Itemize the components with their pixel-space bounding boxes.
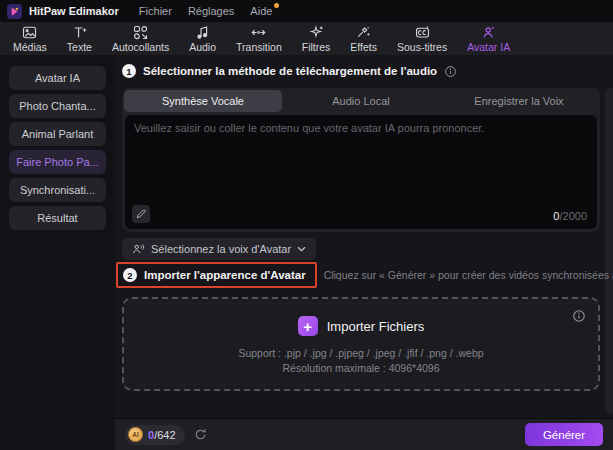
credits-total: /642	[154, 429, 175, 441]
ai-rewrite-button[interactable]	[132, 205, 150, 223]
sidebar-item-faire-photo-parlante[interactable]: Faire Photo Pa...	[9, 150, 106, 174]
tab-label: Médias	[13, 41, 47, 53]
supported-formats: Support : .pjp / .jpg / .pjpeg / .jpeg /…	[124, 347, 598, 359]
tab-label: Effets	[350, 41, 377, 53]
tab-label: Texte	[67, 41, 92, 53]
step2-number-badge: 2	[123, 268, 137, 282]
char-count-limit: /2000	[559, 210, 587, 222]
generate-button[interactable]: Générer	[525, 423, 603, 446]
avatar-ai-icon	[481, 25, 496, 40]
tab-sous-titres[interactable]: Sous-titres	[387, 22, 457, 55]
effects-icon	[356, 25, 371, 40]
app-logo	[7, 4, 22, 19]
main-toolbar: Médias Texte Autocollants	[0, 22, 613, 55]
tab-synthese-vocale[interactable]: Synthèse Vocale	[124, 90, 282, 112]
tab-audio-local[interactable]: Audio Local	[282, 90, 440, 112]
tab-avatar-ia[interactable]: Avatar IA	[457, 22, 520, 55]
tab-texte[interactable]: Texte	[57, 22, 102, 55]
voice-tab-bar: Synthèse Vocale Audio Local Enregistrer …	[122, 88, 600, 112]
tab-label: Sous-titres	[397, 41, 447, 53]
tts-text-input[interactable]	[125, 115, 597, 229]
filters-icon	[309, 25, 324, 40]
subtitles-icon	[415, 25, 430, 40]
tab-enregistrer-la-voix[interactable]: Enregistrer la Voix	[440, 90, 598, 112]
credits-pill[interactable]: AI 0/642	[125, 425, 185, 445]
step1-header: 1 Sélectionner la méthode de téléchargem…	[122, 64, 457, 78]
step1-title: Sélectionner la méthode de téléchargemen…	[143, 65, 437, 77]
footer-bar: AI 0/642 Générer	[115, 418, 613, 450]
tab-label: Filtres	[302, 41, 331, 53]
step1-number-badge: 1	[122, 64, 136, 78]
tab-label: Transition	[236, 41, 282, 53]
info-icon[interactable]	[572, 309, 586, 323]
ai-coin-icon: AI	[128, 427, 143, 442]
step2-annotation-box: 2 Importer l'apparence d'Avatar	[116, 262, 317, 288]
main-content: 1 Sélectionner la méthode de téléchargem…	[115, 55, 613, 450]
audio-icon	[195, 25, 210, 40]
audio-method-panel: Synthèse Vocale Audio Local Enregistrer …	[122, 88, 600, 232]
transition-icon	[251, 25, 266, 40]
tab-effets[interactable]: Effets	[340, 22, 387, 55]
app-title: HitPaw Edimakor	[29, 5, 119, 17]
sidebar-item-photo-chantante[interactable]: Photo Chanta...	[9, 94, 106, 118]
plus-icon: +	[298, 316, 318, 336]
avatar-voice-select[interactable]: Sélectionnez la voix d'Avatar	[122, 238, 316, 260]
step2-row: 2 Importer l'apparence d'Avatar Cliquez …	[115, 262, 613, 288]
tab-label: Autocollants	[112, 41, 169, 53]
menu-fichier[interactable]: Fichier	[131, 5, 180, 17]
char-count: 0/2000	[553, 210, 587, 222]
tab-label: Audio	[189, 41, 216, 53]
media-icon	[22, 25, 37, 40]
tab-filtres[interactable]: Filtres	[292, 22, 341, 55]
menu-aide[interactable]: Aide	[242, 5, 280, 17]
sidebar-item-synchronisation[interactable]: Synchronisati...	[9, 178, 106, 202]
sidebar-item-avatar-ia[interactable]: Avatar IA	[9, 66, 106, 90]
notification-dot	[274, 3, 279, 8]
stickers-icon	[133, 25, 148, 40]
sidebar-item-resultat[interactable]: Résultat	[9, 206, 106, 230]
ai-pen-icon	[135, 208, 147, 220]
credits-count: 0/642	[148, 429, 176, 441]
import-files-button[interactable]: + Importer Fichiers	[124, 316, 598, 336]
menu-reglages[interactable]: Réglages	[180, 5, 242, 17]
max-resolution: Résolution maximale : 4096*4096	[124, 362, 598, 374]
tab-autocollants[interactable]: Autocollants	[102, 22, 179, 55]
sidebar: Avatar IA Photo Chanta... Animal Parlant…	[0, 55, 115, 450]
tab-transition[interactable]: Transition	[226, 22, 292, 55]
step2-hint: Cliquez sur « Générer » pour créer des v…	[324, 269, 613, 281]
play-logo-icon	[9, 6, 20, 17]
step2-title: Importer l'apparence d'Avatar	[144, 269, 306, 281]
tts-textbox: 0/2000	[125, 115, 597, 229]
voice-person-icon	[132, 243, 145, 256]
menu-aide-label: Aide	[250, 5, 272, 17]
import-files-label: Importer Fichiers	[327, 319, 425, 334]
title-bar: HitPaw Edimakor Fichier Réglages Aide	[0, 0, 613, 22]
text-icon	[72, 25, 87, 40]
info-icon[interactable]	[444, 65, 457, 78]
import-dropzone[interactable]: + Importer Fichiers Support : .pjp / .jp…	[122, 297, 600, 391]
tab-medias[interactable]: Médias	[3, 22, 57, 55]
tab-audio[interactable]: Audio	[179, 22, 226, 55]
chevron-down-icon	[297, 246, 306, 252]
voice-select-label: Sélectionnez la voix d'Avatar	[151, 243, 291, 255]
right-edge-panel	[605, 88, 613, 414]
tab-label: Avatar IA	[467, 41, 510, 53]
sidebar-item-animal-parlant[interactable]: Animal Parlant	[9, 122, 106, 146]
refresh-icon[interactable]	[194, 428, 207, 441]
